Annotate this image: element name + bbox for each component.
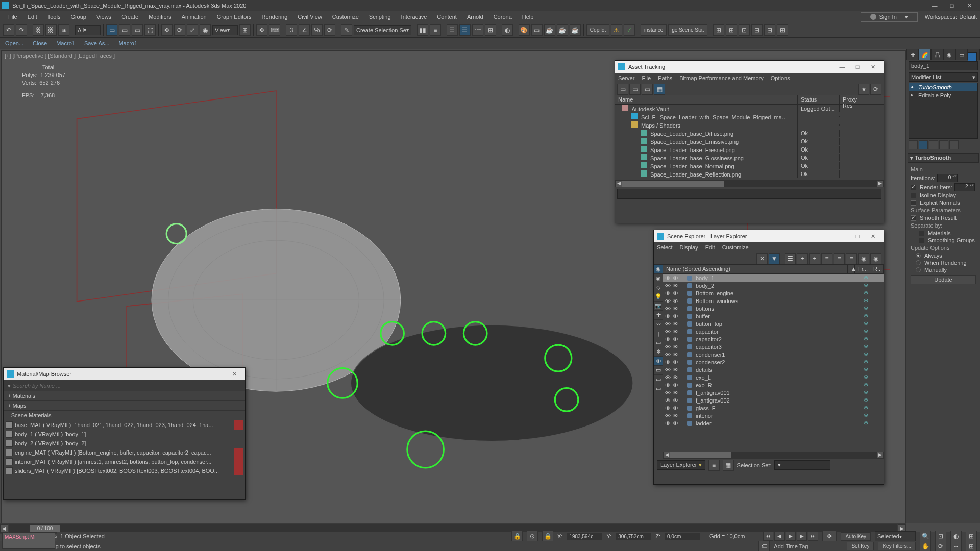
maximize-button[interactable]: □	[943, 1, 961, 11]
tab-create[interactable]: ✚	[906, 49, 919, 60]
visibility-icon[interactable]: 👁	[673, 359, 679, 365]
isoline-check[interactable]	[911, 193, 916, 198]
se-side-space[interactable]: 〰	[654, 320, 663, 329]
scene-item[interactable]: 👁👁exo_R❄	[663, 381, 884, 389]
move-button[interactable]: ✥	[161, 24, 173, 36]
explorer-type-dropdown[interactable]: Layer Explorer ▾	[657, 460, 705, 470]
window-crossing-button[interactable]: ⬚	[144, 24, 156, 36]
at-tb4[interactable]: ▦	[654, 84, 665, 95]
visibility-icon[interactable]: 👁	[665, 344, 671, 350]
material-item[interactable]: body_2 ( VRayMtl ) [body_2]	[4, 439, 245, 448]
se-bottom-b1[interactable]: ≡	[708, 460, 720, 471]
panel-minimize-button[interactable]: —	[835, 233, 850, 239]
freeze-icon[interactable]: ❄	[864, 336, 870, 342]
vp-layout1-button[interactable]: ⊞	[713, 24, 724, 36]
se-side-x3[interactable]: ▭	[654, 384, 663, 393]
se-side-hidden[interactable]: 👁	[654, 357, 663, 366]
workspace-selector[interactable]: Workspaces:Default	[925, 14, 977, 20]
percent-snap-button[interactable]: %	[311, 24, 323, 36]
modifier-editable-poly[interactable]: Editable Poly	[909, 91, 977, 99]
quick-close[interactable]: Close	[33, 40, 47, 46]
keyboard-shortcut-button[interactable]: ⌨	[269, 24, 280, 36]
freeze-icon[interactable]: ❄	[864, 351, 870, 358]
freeze-icon[interactable]: ❄	[864, 420, 870, 427]
asset-row[interactable]: Space_Loader_base_Emissive.pngOk	[615, 137, 884, 145]
sep-smoothing-check[interactable]	[919, 238, 924, 243]
quick-open[interactable]: Open...	[5, 40, 23, 46]
explicit-normals-check[interactable]	[911, 200, 916, 206]
tab-display[interactable]: ▭	[955, 49, 968, 60]
se-tb5[interactable]: ◉	[870, 253, 881, 264]
menu-edit[interactable]: Edit	[22, 12, 42, 21]
se-menu-customize[interactable]: Customize	[722, 244, 749, 251]
menu-arnold[interactable]: Arnold	[462, 12, 488, 21]
menu-civilview[interactable]: Civil View	[292, 12, 327, 21]
at-refresh-button[interactable]: ⟳	[870, 84, 881, 95]
timeslider-prev[interactable]: ◀	[0, 524, 8, 533]
vp-layout5-button[interactable]: ⊟	[764, 24, 775, 36]
check-icon[interactable]: ✓	[624, 24, 635, 36]
next-frame-button[interactable]: ▶	[797, 532, 807, 541]
scene-item[interactable]: 👁👁button_top❄	[663, 320, 884, 328]
asset-row[interactable]: Maps / Shaders	[615, 121, 884, 129]
update-always-radio[interactable]	[916, 253, 921, 258]
scene-explorer-list[interactable]: 👁👁body_1❄👁👁body_2❄👁👁Bottom_engine❄👁👁Bott…	[663, 274, 884, 452]
material-browser-titlebar[interactable]: Material/Map Browser ✕	[4, 368, 245, 380]
at-tb2[interactable]: ▭	[629, 84, 641, 95]
freeze-icon[interactable]: ❄	[864, 405, 870, 411]
at-menu-paths[interactable]: Paths	[658, 75, 672, 81]
layer-button[interactable]: ☰	[447, 24, 458, 36]
se-tb3[interactable]: ≡	[846, 253, 857, 264]
iterations-spinner[interactable]: 0	[937, 174, 958, 182]
menu-content[interactable]: Content	[432, 12, 462, 21]
autokey-button[interactable]: Auto Key	[841, 532, 871, 541]
asset-row[interactable]: Space_Loader_base_Reflection.pngOk	[615, 170, 884, 178]
visibility-icon[interactable]: 👁	[665, 336, 671, 342]
cat-materials[interactable]: Materials	[4, 391, 245, 401]
visibility-icon[interactable]: 👁	[665, 283, 671, 289]
se-side-x1[interactable]: ▭	[654, 366, 663, 375]
asset-tracking-list[interactable]: Autodesk VaultLogged Out ... Sci_Fi_Spac…	[615, 105, 884, 180]
modifier-list-dropdown[interactable]: Modifier List▾	[909, 72, 978, 82]
visibility-icon[interactable]: 👁	[673, 352, 679, 358]
se-side-cam[interactable]: 📷	[654, 302, 663, 311]
menu-customize[interactable]: Customize	[327, 12, 364, 21]
menu-modifiers[interactable]: Modifiers	[143, 12, 177, 21]
asset-row[interactable]: Sci_Fi_Space_Loader_with_Space_Module_Ri…	[615, 113, 884, 121]
asset-row[interactable]: Space_Loader_base_Glossiness.pngOk	[615, 154, 884, 162]
timetag-label[interactable]: Add Time Tag	[774, 543, 808, 549]
freeze-icon[interactable]: ❄	[864, 290, 870, 296]
vp-layout6-button[interactable]: ⊞	[777, 24, 788, 36]
freeze-icon[interactable]: ❄	[864, 282, 870, 289]
smooth-result-check[interactable]	[911, 215, 916, 221]
visibility-icon[interactable]: 👁	[673, 290, 679, 296]
render-button[interactable]: ☕	[544, 24, 555, 36]
asset-tracking-titlebar[interactable]: Asset Tracking — □ ✕	[615, 61, 884, 73]
freeze-icon[interactable]: ❄	[864, 274, 870, 281]
signin-button[interactable]: Sign In▾	[861, 12, 918, 22]
quick-macro1b[interactable]: Macro1	[118, 40, 137, 46]
freeze-icon[interactable]: ❄	[864, 313, 870, 319]
spinner-snap-button[interactable]: ⟳	[324, 24, 335, 36]
material-item[interactable]: body_1 ( VRayMtl ) [body_1]	[4, 430, 245, 439]
configure-sets-button[interactable]	[949, 140, 959, 149]
scene-item[interactable]: 👁👁body_2❄	[663, 282, 884, 289]
visibility-icon[interactable]: 👁	[665, 352, 671, 358]
panel-maximize-button[interactable]: □	[850, 233, 865, 239]
se-tb1[interactable]: ≡	[821, 253, 832, 264]
material-item[interactable]: engine_MAT ( VRayMtl ) [Bottom_engine, b…	[4, 448, 245, 457]
visibility-icon[interactable]: 👁	[665, 405, 671, 411]
quick-saveas[interactable]: Save As...	[84, 40, 110, 46]
rect-region-button[interactable]: ▭	[132, 24, 143, 36]
visibility-icon[interactable]: 👁	[665, 397, 671, 404]
visibility-icon[interactable]: 👁	[673, 298, 679, 304]
nav-dolly-button[interactable]: ↔	[950, 541, 962, 552]
visibility-icon[interactable]: 👁	[673, 420, 679, 427]
close-button[interactable]: ✕	[961, 1, 978, 11]
mirror-button[interactable]: ▮▮	[417, 24, 428, 36]
visibility-icon[interactable]: 👁	[673, 382, 679, 388]
visibility-icon[interactable]: 👁	[673, 329, 679, 335]
visibility-icon[interactable]: 👁	[665, 382, 671, 388]
visibility-icon[interactable]: 👁	[665, 420, 671, 427]
cat-scene-materials[interactable]: Scene Materials	[4, 411, 245, 420]
